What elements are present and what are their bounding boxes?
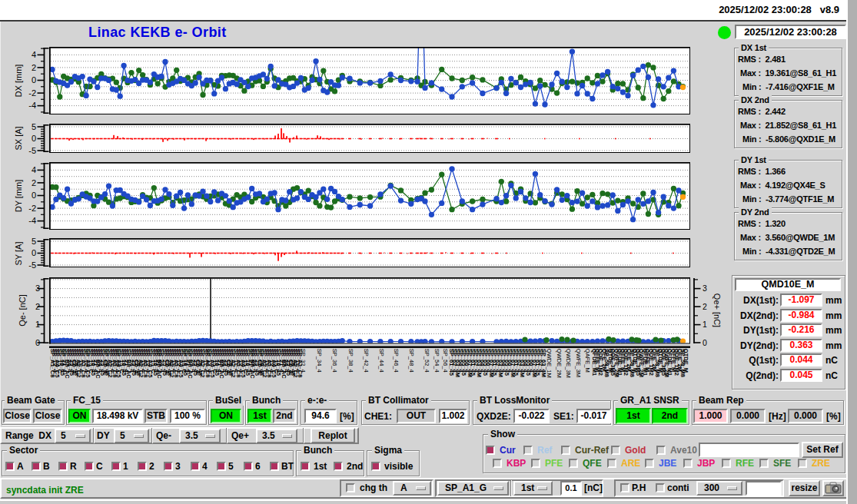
svg-text:SP_46_4: SP_46_4 xyxy=(393,349,400,373)
svg-text:0: 0 xyxy=(32,75,36,85)
svg-text:-5: -5 xyxy=(28,260,36,270)
svg-text:3: 3 xyxy=(35,284,40,293)
svg-text:QWFE_3M: QWFE_3M xyxy=(575,349,582,377)
svg-text:-4: -4 xyxy=(28,216,36,225)
svg-text:3: 3 xyxy=(703,284,707,293)
svg-text:-4: -4 xyxy=(28,101,36,110)
svg-text:SP_42_4: SP_42_4 xyxy=(363,349,370,373)
svg-text:4: 4 xyxy=(32,50,36,59)
svg-text:QWDE_1M: QWDE_1M xyxy=(546,349,553,378)
svg-text:2: 2 xyxy=(32,63,36,72)
svg-text:SP_34_4: SP_34_4 xyxy=(316,349,323,373)
svg-text:Qe+ [nC]: Qe+ [nC] xyxy=(713,293,722,327)
svg-text:4: 4 xyxy=(32,165,36,174)
svg-text:SP_38_4: SP_38_4 xyxy=(347,349,354,373)
svg-text:QAFE_M: QAFE_M xyxy=(584,349,591,373)
svg-text:Qe- [nC]: Qe- [nC] xyxy=(18,294,27,327)
svg-text:SP_52_4: SP_52_4 xyxy=(424,349,430,373)
svg-text:SX [A]: SX [A] xyxy=(14,126,23,150)
svg-text:1: 1 xyxy=(703,320,707,329)
svg-text:SP_36_4: SP_36_4 xyxy=(331,349,338,373)
svg-text:2: 2 xyxy=(703,302,707,311)
svg-text:1: 1 xyxy=(35,320,40,329)
svg-text:DY [mm]: DY [mm] xyxy=(14,180,23,213)
svg-text:SP_56_4: SP_56_4 xyxy=(442,349,449,373)
svg-text:DX [mm]: DX [mm] xyxy=(14,65,23,98)
svg-text:2: 2 xyxy=(35,302,40,311)
svg-text:0: 0 xyxy=(35,338,40,347)
svg-text:SP_54_4: SP_54_4 xyxy=(433,349,440,373)
svg-text:5: 5 xyxy=(32,122,36,131)
svg-text:0: 0 xyxy=(32,134,36,143)
svg-text:-2: -2 xyxy=(28,204,36,213)
svg-text:0: 0 xyxy=(703,338,707,347)
svg-text:-5: -5 xyxy=(28,146,36,155)
svg-text:-2: -2 xyxy=(28,88,36,98)
svg-text:QWDE_3M: QWDE_3M xyxy=(565,349,572,378)
svg-text:QWDE_2M: QWDE_2M xyxy=(556,349,563,378)
svg-text:SP_48_4: SP_48_4 xyxy=(408,349,415,373)
svg-text:5: 5 xyxy=(32,237,36,246)
svg-text:SY [A]: SY [A] xyxy=(14,242,23,266)
svg-text:0: 0 xyxy=(32,191,36,200)
svg-text:QTDE_M: QTDE_M xyxy=(683,349,689,373)
svg-text:2: 2 xyxy=(32,178,36,187)
svg-text:SP_32_4: SP_32_4 xyxy=(300,349,307,373)
svg-text:SP_44_4: SP_44_4 xyxy=(378,349,385,373)
svg-text:0: 0 xyxy=(32,248,36,257)
